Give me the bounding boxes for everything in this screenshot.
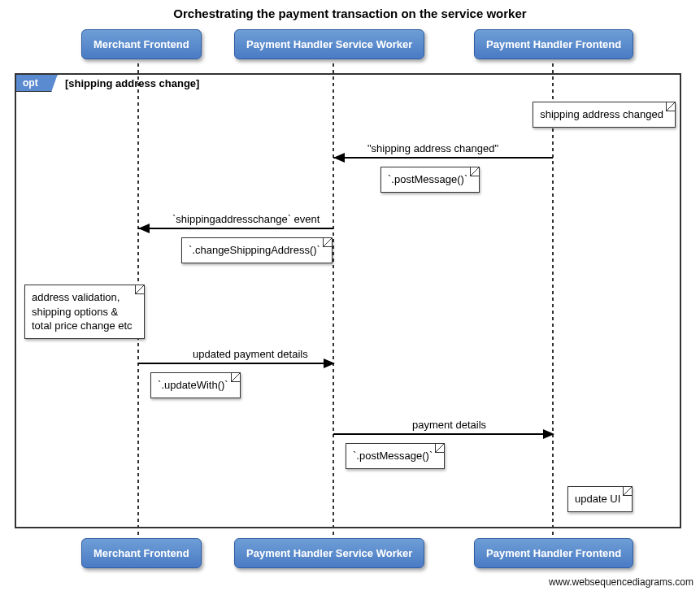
msg3-arrow <box>324 359 335 368</box>
msg4-line <box>333 433 553 435</box>
participant-frontend-bottom: Payment Handler Frontend <box>474 538 633 568</box>
msg4-label: payment details <box>411 419 488 431</box>
msg1-note: `.postMessage()` <box>380 167 480 193</box>
diagram-title: Orchestrating the payment transaction on… <box>0 0 700 20</box>
note-validation: address validation, shipping options & t… <box>24 285 145 339</box>
participant-sw-top: Payment Handler Service Worker <box>234 29 424 59</box>
msg1-arrow <box>333 153 345 163</box>
participant-merchant-top: Merchant Frontend <box>81 29 202 59</box>
msg4-arrow <box>543 429 554 439</box>
msg3-label: updated payment details <box>191 348 310 360</box>
msg2-label: `shippingaddresschange` event <box>171 213 321 225</box>
msg4-note: `.postMessage()` <box>346 443 445 469</box>
msg1-label: "shipping address changed" <box>366 142 500 154</box>
msg3-line <box>138 363 333 364</box>
participant-frontend-top: Payment Handler Frontend <box>474 29 633 59</box>
watermark: www.websequencediagrams.com <box>549 576 693 588</box>
msg2-note: `.changeShippingAddress()` <box>181 237 333 263</box>
msg2-arrow <box>138 224 150 233</box>
msg1-line <box>333 157 553 159</box>
opt-frame-tag: opt <box>15 74 58 92</box>
msg2-line <box>138 228 333 229</box>
participant-sw-bottom: Payment Handler Service Worker <box>234 538 424 568</box>
note-shipping-address-changed: shipping address changed <box>533 102 676 128</box>
msg3-note: `.updateWith()` <box>150 372 241 398</box>
participant-merchant-bottom: Merchant Frontend <box>81 538 202 568</box>
opt-frame-guard: [shipping address change] <box>65 77 199 89</box>
note-update-ui: update UI <box>567 486 633 512</box>
